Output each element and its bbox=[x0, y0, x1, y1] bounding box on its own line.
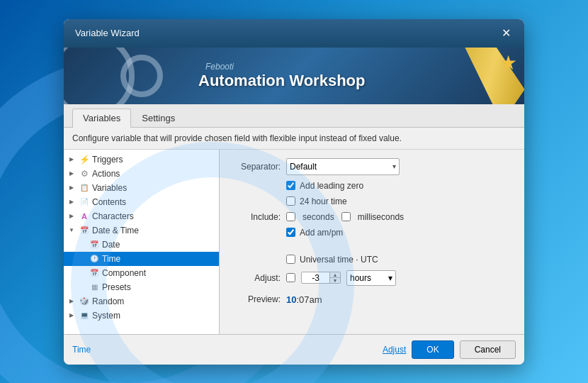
separator-label: Separator: bbox=[231, 162, 281, 172]
tree-label-time: Time bbox=[102, 254, 120, 264]
tree-item-triggers[interactable]: ▶ ⚡ Triggers bbox=[64, 152, 219, 167]
gear-small-icon bbox=[120, 55, 163, 97]
spacer1 bbox=[231, 243, 513, 249]
random-icon: 🎲 bbox=[79, 296, 90, 307]
date-icon: 📅 bbox=[89, 239, 100, 250]
utc-row: Universal time · UTC bbox=[231, 255, 513, 265]
tree-item-time[interactable]: 🕐 Time bbox=[64, 252, 219, 266]
include-options: seconds milliseconds bbox=[286, 212, 404, 222]
preview-value: 10:07am bbox=[286, 294, 322, 305]
tree-item-datetime[interactable]: ▼ 📅 Date & Time bbox=[64, 223, 219, 238]
tree-item-date[interactable]: 📅 Date bbox=[64, 238, 219, 252]
tab-variables[interactable]: Variables bbox=[72, 109, 131, 128]
leading-zero-row: Add leading zero bbox=[231, 181, 513, 191]
adjust-link[interactable]: Adjust bbox=[383, 345, 406, 355]
seconds-label[interactable]: seconds bbox=[303, 212, 334, 222]
characters-icon: A bbox=[79, 211, 90, 222]
adjust-down-button[interactable]: ▼ bbox=[330, 278, 340, 283]
tree-label-random: Random bbox=[92, 296, 124, 306]
tree-label-date: Date bbox=[102, 240, 120, 250]
separator-row: Separator: Default ▾ bbox=[231, 158, 513, 175]
adjust-unit-chevron-icon: ▾ bbox=[388, 273, 392, 283]
system-icon: 💻 bbox=[79, 310, 90, 321]
utc-checkbox[interactable] bbox=[286, 255, 295, 264]
include-label: Include: bbox=[231, 212, 281, 222]
brand-name: Febooti bbox=[205, 62, 365, 72]
tree-item-random[interactable]: ▶ 🎲 Random bbox=[64, 294, 219, 309]
tree-label-component: Component bbox=[102, 268, 146, 278]
preview-row: Preview: 10:07am bbox=[231, 294, 513, 305]
leading-zero-checkbox[interactable] bbox=[286, 181, 295, 190]
product-name: Automation Workshop bbox=[198, 72, 365, 90]
tree-panel: ▶ ⚡ Triggers ▶ ⚙ Actions ▶ 📋 Variables ▶… bbox=[64, 150, 220, 334]
tree-item-actions[interactable]: ▶ ⚙ Actions bbox=[64, 167, 219, 181]
adjust-unit-select[interactable]: hours ▾ bbox=[346, 270, 396, 286]
adjust-enabled-checkbox[interactable] bbox=[286, 273, 295, 282]
dialog-title: Variable Wizard bbox=[75, 28, 140, 38]
tree-item-component[interactable]: 📅 Component bbox=[64, 266, 219, 280]
separator-value: Default bbox=[290, 162, 317, 172]
expander-datetime: ▼ bbox=[67, 226, 77, 235]
include-row: Include: seconds milliseconds bbox=[231, 212, 513, 222]
title-bar: Variable Wizard ✕ bbox=[64, 19, 524, 48]
ok-button[interactable]: OK bbox=[412, 340, 453, 359]
header-text: Febooti Automation Workshop bbox=[205, 62, 365, 90]
milliseconds-checkbox[interactable] bbox=[341, 212, 351, 221]
expander-component bbox=[77, 268, 86, 278]
ampm-label[interactable]: Add am/pm bbox=[300, 228, 343, 238]
actions-icon: ⚙ bbox=[79, 168, 90, 179]
contents-icon: 📄 bbox=[79, 196, 90, 208]
triggers-icon: ⚡ bbox=[79, 154, 90, 165]
separator-select[interactable]: Default ▾ bbox=[286, 158, 400, 175]
milliseconds-label[interactable]: milliseconds bbox=[358, 212, 404, 222]
variables-icon: 📋 bbox=[79, 182, 90, 194]
header-decoration: ★ bbox=[411, 48, 524, 104]
tree-label-datetime: Date & Time bbox=[92, 226, 139, 235]
ampm-row: Add am/pm bbox=[231, 228, 513, 238]
seconds-checkbox[interactable] bbox=[286, 212, 295, 221]
cancel-button[interactable]: Cancel bbox=[460, 340, 516, 359]
variable-wizard-dialog: Variable Wizard ✕ Febooti Automation Wor… bbox=[64, 19, 524, 365]
leading-zero-label[interactable]: Add leading zero bbox=[300, 181, 363, 191]
hour24-label[interactable]: 24 hour time bbox=[300, 196, 347, 206]
context-label: Time bbox=[72, 345, 91, 355]
tab-bar: Variables Settings bbox=[64, 104, 524, 128]
expander-variables: ▶ bbox=[67, 183, 77, 193]
adjust-unit-value: hours bbox=[350, 273, 371, 283]
tree-item-characters[interactable]: ▶ A Characters bbox=[64, 209, 219, 223]
preview-label: Preview: bbox=[231, 294, 281, 304]
ampm-checkbox[interactable] bbox=[286, 228, 295, 237]
tree-item-contents[interactable]: ▶ 📄 Contents bbox=[64, 195, 219, 209]
adjust-value: -3 bbox=[302, 272, 330, 283]
utc-label[interactable]: Universal time · UTC bbox=[300, 255, 378, 265]
adjust-arrows: ▲ ▼ bbox=[330, 272, 340, 283]
preview-after: 07am bbox=[299, 294, 322, 305]
tree-item-presets[interactable]: ▦ Presets bbox=[64, 280, 219, 294]
tree-label-contents: Contents bbox=[92, 197, 126, 207]
adjust-number-input: -3 ▲ ▼ bbox=[301, 272, 341, 284]
expander-presets bbox=[77, 282, 86, 292]
expander-triggers: ▶ bbox=[67, 155, 77, 165]
tree-label-characters: Characters bbox=[92, 211, 134, 221]
expander-time bbox=[77, 254, 86, 264]
adjust-row: Adjust: -3 ▲ ▼ hours ▾ bbox=[231, 270, 513, 286]
tree-item-system[interactable]: ▶ 💻 System bbox=[64, 309, 219, 323]
right-panel: Separator: Default ▾ Add leading zero 24… bbox=[220, 150, 524, 334]
tree-label-presets: Presets bbox=[102, 282, 131, 292]
expander-actions: ▶ bbox=[67, 169, 77, 179]
header-banner: Febooti Automation Workshop ★ bbox=[64, 48, 524, 104]
expander-contents: ▶ bbox=[67, 197, 77, 207]
tree-label-actions: Actions bbox=[92, 169, 120, 179]
tab-settings[interactable]: Settings bbox=[131, 109, 186, 127]
adjust-up-button[interactable]: ▲ bbox=[330, 272, 340, 278]
preview-highlight: 10 bbox=[286, 294, 296, 305]
tree-item-variables[interactable]: ▶ 📋 Variables bbox=[64, 181, 219, 195]
expander-system: ▶ bbox=[67, 311, 77, 321]
expander-date bbox=[77, 240, 86, 250]
tree-label-variables: Variables bbox=[92, 183, 127, 193]
gear-decoration bbox=[64, 48, 205, 104]
expander-characters: ▶ bbox=[67, 211, 77, 221]
tree-label-triggers: Triggers bbox=[92, 155, 123, 165]
close-button[interactable]: ✕ bbox=[499, 26, 513, 40]
hour24-checkbox[interactable] bbox=[286, 196, 295, 206]
